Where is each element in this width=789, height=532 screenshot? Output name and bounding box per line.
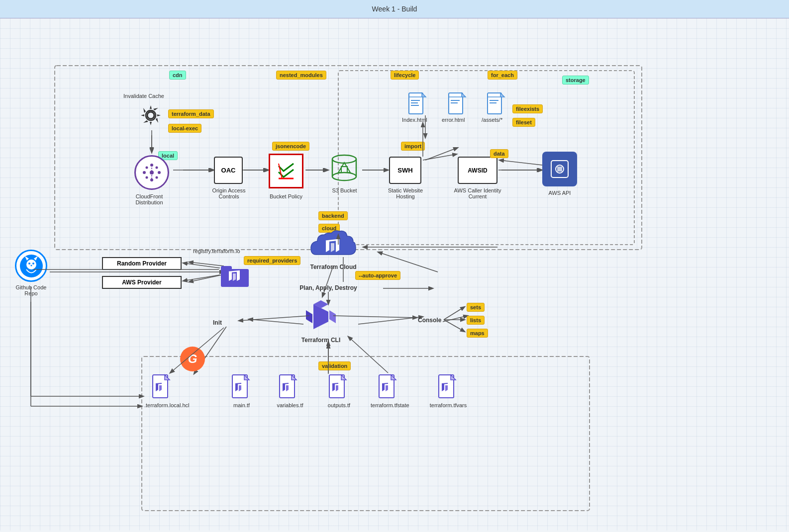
svg-line-98 <box>183 275 220 281</box>
s3-bucket-label: S3 Bucket <box>328 187 361 193</box>
svg-rect-54 <box>451 100 460 101</box>
swh-label: Static Website Hosting <box>378 187 433 199</box>
diagram-canvas: cdn nested_modules lifecycle for_each st… <box>0 18 789 531</box>
svg-rect-65 <box>221 266 232 271</box>
awsid-box: AWSID <box>458 157 497 184</box>
svg-marker-43 <box>338 163 350 173</box>
error-html-icon <box>448 92 467 116</box>
fileset-badge: fileset <box>512 118 535 127</box>
variables-tf-icon <box>279 374 298 400</box>
nested-modules-badge: nested_modules <box>276 71 326 80</box>
svg-line-91 <box>499 160 542 165</box>
plan-apply-label: Plan, Apply, Destroy <box>271 284 386 291</box>
maps-badge: maps <box>467 329 488 338</box>
svg-point-35 <box>156 177 158 179</box>
svg-line-19 <box>378 252 438 272</box>
svg-marker-57 <box>500 93 504 97</box>
aws-api-label: AWS API <box>542 190 577 196</box>
svg-rect-63 <box>557 167 562 172</box>
page-title: Week 1 - Build <box>372 5 417 13</box>
svg-rect-44 <box>341 167 347 173</box>
terraform-cli-label: Terraform CLI <box>298 337 343 344</box>
grafana-icon: G <box>180 347 205 371</box>
svg-rect-50 <box>411 105 419 106</box>
bucket-policy-box <box>269 154 303 188</box>
svg-line-89 <box>423 154 457 160</box>
svg-line-101 <box>333 316 417 318</box>
registry-label: registry.terraform.io <box>193 248 240 254</box>
backend-badge: backend <box>318 211 348 220</box>
terraform-cloud-label: Terraform Cloud <box>308 264 358 270</box>
bucket-policy-label: Bucket Policy <box>266 193 306 199</box>
local-exec-badge: local-exec <box>168 124 201 133</box>
svg-line-17 <box>358 317 423 324</box>
validation-badge: validation <box>318 361 351 370</box>
github-label: Github Code Repo <box>10 284 52 296</box>
outputs-tf-label: outputs.tf <box>323 402 355 408</box>
title-bar: Week 1 - Build <box>0 0 789 18</box>
random-provider-box: Random Provider <box>102 257 182 270</box>
s3-bucket-icon <box>328 152 361 185</box>
svg-line-13 <box>189 262 224 266</box>
svg-line-109 <box>348 337 388 373</box>
github-icon <box>15 250 47 282</box>
terraform-cli-icon <box>303 299 338 336</box>
lifecycle-badge: lifecycle <box>391 71 419 80</box>
svg-point-30 <box>143 171 146 174</box>
svg-point-32 <box>146 167 148 169</box>
fileexists-badge: fileexists <box>512 104 543 113</box>
svg-point-70 <box>28 263 30 265</box>
svg-marker-52 <box>462 93 466 97</box>
svg-rect-2 <box>142 356 590 511</box>
cdn-badge: cdn <box>169 71 186 80</box>
cloudfront-icon <box>134 155 169 190</box>
assets-icon <box>487 92 505 116</box>
svg-line-16 <box>249 319 303 324</box>
svg-line-14 <box>189 274 224 282</box>
for-each-badge: for_each <box>488 71 517 80</box>
svg-marker-46 <box>422 93 426 97</box>
svg-point-26 <box>147 112 154 119</box>
tfstate-icon <box>378 374 398 400</box>
svg-point-42 <box>332 173 356 180</box>
required-providers-badge: required_providers <box>244 256 300 265</box>
tf-local-label: .terraform.local.hcl <box>144 402 182 408</box>
svg-rect-48 <box>411 100 420 101</box>
gear-icon <box>138 103 163 129</box>
svg-point-72 <box>30 265 32 266</box>
svg-line-21 <box>443 316 468 322</box>
svg-rect-55 <box>451 102 458 103</box>
data-badge: data <box>490 149 508 158</box>
swh-box: SWH <box>389 157 421 184</box>
sets-badge: sets <box>467 303 485 312</box>
svg-point-71 <box>32 263 34 265</box>
import-badge: import <box>401 142 425 151</box>
tf-local-icon <box>152 374 172 400</box>
index-html-icon <box>408 92 427 116</box>
outputs-tf-icon <box>328 374 348 400</box>
awsid-label: AWS Caller Identity Current <box>445 187 510 199</box>
svg-line-104 <box>444 307 465 320</box>
lists-badge: lists <box>467 316 485 325</box>
variables-tf-label: variables.tf <box>273 402 307 408</box>
svg-line-38 <box>279 164 282 178</box>
console-label: Console <box>418 317 441 324</box>
terraform-cloud-icon <box>308 227 358 264</box>
svg-line-106 <box>444 320 465 332</box>
svg-line-97 <box>183 263 220 268</box>
tfvars-icon <box>438 374 458 400</box>
svg-rect-60 <box>490 102 496 103</box>
index-html-label: Index.html <box>402 117 427 123</box>
storage-badge: storage <box>562 76 589 85</box>
folder-icon <box>220 262 250 289</box>
svg-point-34 <box>146 177 148 179</box>
svg-rect-59 <box>490 100 498 101</box>
invalidate-cache-label: Invalidate Cache <box>123 93 164 99</box>
oac-label: Origin Access Controls <box>206 187 251 199</box>
main-tf-icon <box>231 374 251 400</box>
svg-line-100 <box>239 316 309 321</box>
assets-label: /assets/* <box>482 117 502 123</box>
error-html-label: error.html <box>442 117 465 123</box>
svg-rect-49 <box>411 102 418 103</box>
aws-provider-box: AWS Provider <box>102 276 182 289</box>
